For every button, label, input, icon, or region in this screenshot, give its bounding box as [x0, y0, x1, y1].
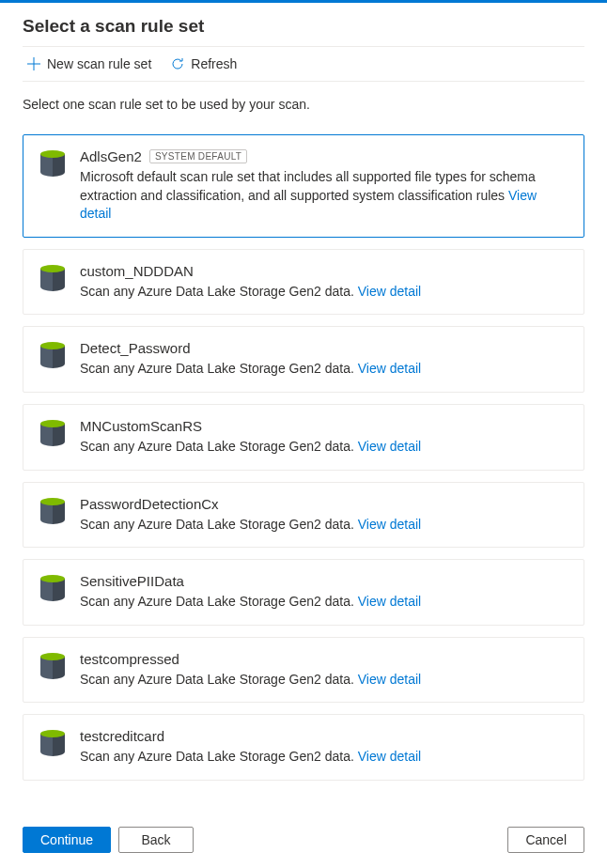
content-area: Select one scan rule set to be used by y…: [0, 82, 607, 815]
storage-icon: [40, 150, 65, 180]
rule-set-list: AdlsGen2SYSTEM DEFAULTMicrosoft default …: [23, 134, 584, 781]
rule-set-name: SensitivePIIData: [80, 573, 184, 589]
rule-set-description: Scan any Azure Data Lake Storage Gen2 da…: [80, 360, 567, 379]
page-title: Select a scan rule set: [23, 16, 584, 37]
rule-set-card[interactable]: SensitivePIIDataScan any Azure Data Lake…: [23, 559, 584, 626]
new-scan-rule-set-button[interactable]: New scan rule set: [26, 56, 151, 71]
back-button[interactable]: Back: [118, 827, 194, 853]
view-detail-link[interactable]: View detail: [358, 672, 421, 687]
instruction-text: Select one scan rule set to be used by y…: [23, 97, 584, 112]
view-detail-link[interactable]: View detail: [358, 361, 421, 376]
toolbar: New scan rule set Refresh: [23, 46, 584, 82]
rule-set-description: Scan any Azure Data Lake Storage Gen2 da…: [80, 593, 567, 612]
rule-set-description: Scan any Azure Data Lake Storage Gen2 da…: [80, 283, 567, 302]
system-default-badge: SYSTEM DEFAULT: [149, 149, 247, 163]
view-detail-link[interactable]: View detail: [358, 749, 421, 764]
rule-set-card[interactable]: Detect_PasswordScan any Azure Data Lake …: [23, 326, 584, 393]
refresh-button[interactable]: Refresh: [170, 56, 237, 71]
continue-button[interactable]: Continue: [23, 827, 111, 853]
storage-icon: [40, 575, 65, 605]
storage-icon: [40, 420, 65, 450]
rule-set-card[interactable]: AdlsGen2SYSTEM DEFAULTMicrosoft default …: [23, 134, 584, 238]
rule-set-description: Scan any Azure Data Lake Storage Gen2 da…: [80, 516, 567, 535]
cancel-button[interactable]: Cancel: [507, 827, 584, 853]
view-detail-link[interactable]: View detail: [358, 284, 421, 299]
view-detail-link[interactable]: View detail: [358, 439, 421, 454]
rule-set-name: PasswordDetectionCx: [80, 496, 219, 512]
card-body: MNCustomScanRSScan any Azure Data Lake S…: [80, 418, 567, 457]
view-detail-link[interactable]: View detail: [358, 517, 421, 532]
refresh-label: Refresh: [191, 56, 237, 71]
rule-set-description: Scan any Azure Data Lake Storage Gen2 da…: [80, 671, 567, 690]
storage-icon: [40, 342, 65, 372]
footer: Continue Back Cancel: [0, 815, 607, 868]
rule-set-name: testcreditcard: [80, 728, 164, 744]
rule-set-card[interactable]: testcompressedScan any Azure Data Lake S…: [23, 637, 584, 704]
rule-set-description: Microsoft default scan rule set that inc…: [80, 168, 567, 224]
card-body: Detect_PasswordScan any Azure Data Lake …: [80, 340, 567, 379]
card-body: SensitivePIIDataScan any Azure Data Lake…: [80, 573, 567, 612]
rule-set-card[interactable]: testcreditcardScan any Azure Data Lake S…: [23, 714, 584, 781]
rule-set-card[interactable]: MNCustomScanRSScan any Azure Data Lake S…: [23, 404, 584, 471]
header: Select a scan rule set: [0, 3, 607, 46]
new-label: New scan rule set: [47, 56, 151, 71]
card-body: PasswordDetectionCxScan any Azure Data L…: [80, 496, 567, 535]
card-body: testcompressedScan any Azure Data Lake S…: [80, 651, 567, 690]
card-body: custom_NDDDANScan any Azure Data Lake St…: [80, 263, 567, 302]
view-detail-link[interactable]: View detail: [358, 594, 421, 609]
storage-icon: [40, 653, 65, 683]
refresh-icon: [170, 56, 185, 71]
rule-set-name: Detect_Password: [80, 340, 191, 356]
card-body: AdlsGen2SYSTEM DEFAULTMicrosoft default …: [80, 148, 567, 224]
card-body: testcreditcardScan any Azure Data Lake S…: [80, 728, 567, 767]
storage-icon: [40, 265, 65, 295]
plus-icon: [26, 56, 41, 71]
rule-set-name: MNCustomScanRS: [80, 418, 202, 434]
rule-set-name: testcompressed: [80, 651, 179, 667]
rule-set-description: Scan any Azure Data Lake Storage Gen2 da…: [80, 438, 567, 457]
rule-set-description: Scan any Azure Data Lake Storage Gen2 da…: [80, 748, 567, 767]
rule-set-name: custom_NDDDAN: [80, 263, 194, 279]
rule-set-card[interactable]: PasswordDetectionCxScan any Azure Data L…: [23, 482, 584, 549]
rule-set-name: AdlsGen2: [80, 148, 142, 164]
rule-set-card[interactable]: custom_NDDDANScan any Azure Data Lake St…: [23, 249, 584, 316]
storage-icon: [40, 498, 65, 528]
storage-icon: [40, 730, 65, 760]
